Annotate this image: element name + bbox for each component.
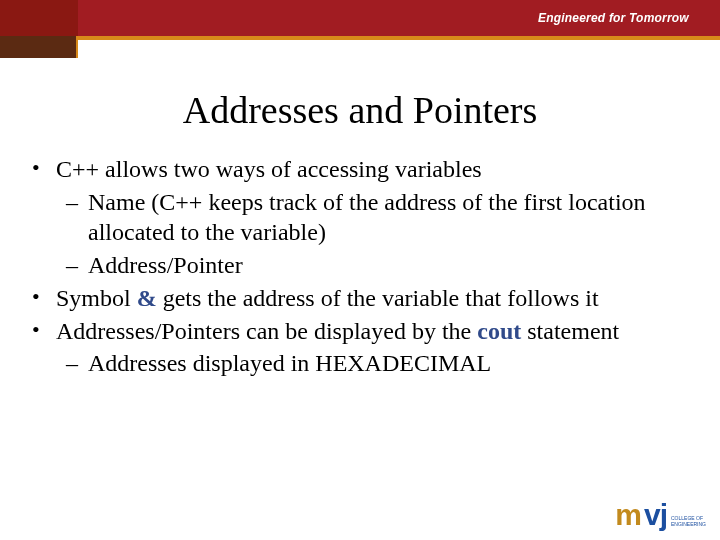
slide-title: Addresses and Pointers [18, 88, 702, 132]
logo-sub-line2: ENGINEERING [671, 522, 706, 528]
bullet-level2: Address/Pointer [18, 250, 702, 281]
bullet-text-post: statement [521, 318, 619, 344]
mvj-logo: m vj COLLEGE OF ENGINEERING [615, 500, 706, 530]
bullet-text-pre: Symbol [56, 285, 137, 311]
bullet-level1: Symbol & gets the address of the variabl… [18, 283, 702, 314]
bullet-level2: Addresses displayed in HEXADECIMAL [18, 348, 702, 379]
header-accent-left [0, 0, 78, 36]
header-underline [0, 36, 720, 40]
slide-content: Addresses and Pointers C++ allows two wa… [0, 78, 720, 540]
ampersand-symbol: & [137, 285, 157, 311]
logo-letter-m: m [615, 500, 640, 530]
bullet-level1: Addresses/Pointers can be displayed by t… [18, 316, 702, 347]
header-bar: Engineered for Tomorrow [0, 0, 720, 36]
header-tab-accent [0, 36, 78, 58]
logo-letters-vj: vj [644, 500, 667, 530]
header-tagline-box: Engineered for Tomorrow [530, 0, 720, 36]
header-fill [78, 0, 530, 36]
logo-subtext: COLLEGE OF ENGINEERING [671, 516, 706, 530]
header-tagline: Engineered for Tomorrow [538, 11, 689, 25]
bullet-level1: C++ allows two ways of accessing variabl… [18, 154, 702, 185]
bullet-text-post: gets the address of the variable that fo… [157, 285, 599, 311]
cout-keyword: cout [477, 318, 521, 344]
slide-body: C++ allows two ways of accessing variabl… [18, 154, 702, 379]
bullet-text-pre: Addresses/Pointers can be displayed by t… [56, 318, 477, 344]
bullet-level2: Name (C++ keeps track of the address of … [18, 187, 702, 248]
